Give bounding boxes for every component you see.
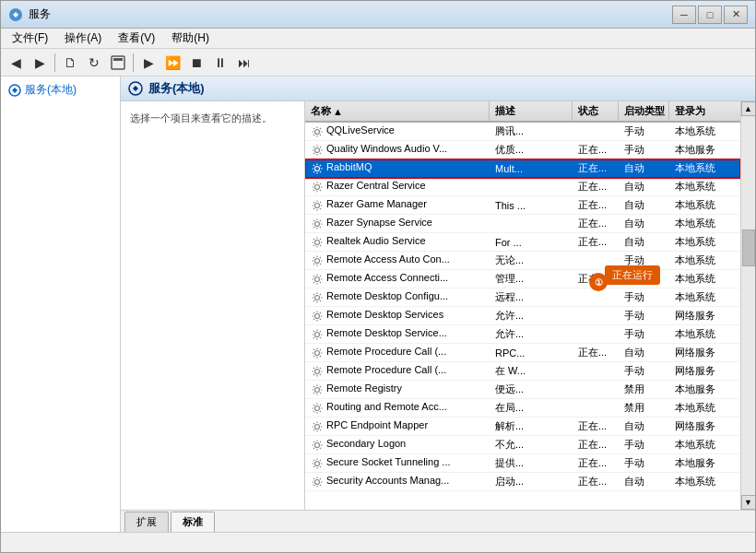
service-desc-cell: 管理...	[490, 271, 573, 287]
scroll-track[interactable]	[741, 116, 756, 495]
service-status-cell	[573, 297, 619, 299]
show-console-button[interactable]: 🗋	[59, 52, 81, 74]
scroll-thumb[interactable]	[742, 229, 755, 266]
table-row[interactable]: Routing and Remote Acc...在局...禁用本地系统	[305, 399, 740, 418]
scroll-up-button[interactable]: ▲	[741, 101, 756, 116]
title-buttons: ─ □ ✕	[672, 6, 748, 24]
menu-view[interactable]: 查看(V)	[111, 29, 162, 48]
service-startup-cell: 手动	[619, 455, 669, 471]
back-button[interactable]: ◀	[5, 52, 27, 74]
service-startup-cell: 手动	[619, 124, 669, 139]
service-desc-cell	[490, 223, 573, 225]
forward-button[interactable]: ▶	[29, 52, 51, 74]
service-login-cell: 本地系统	[669, 271, 740, 287]
tab-standard[interactable]: 标准	[171, 512, 215, 532]
toolbar-separator-2	[133, 53, 134, 72]
table-row[interactable]: Razer Central Service正在...自动本地系统	[305, 178, 740, 196]
table-row[interactable]: QQLiveService腾讯...手动本地系统	[305, 123, 740, 141]
table-row[interactable]: Secondary Logon不允...正在...手动本地系统	[305, 436, 740, 454]
header-desc[interactable]: 描述	[490, 101, 573, 121]
sidebar-item-local-services[interactable]: 服务(本地)	[1, 76, 120, 103]
content-area: 服务(本地) 选择一个项目来查看它的描述。 名称 ▲	[121, 76, 755, 532]
service-status-cell	[573, 315, 619, 317]
service-login-cell: 本地系统	[669, 124, 740, 139]
table-row[interactable]: Remote Access Auto Con...无论...手动本地系统	[305, 252, 740, 270]
tab-extended[interactable]: 扩展	[124, 512, 169, 532]
service-desc-cell: 启动...	[490, 474, 573, 489]
svg-point-22	[315, 442, 320, 447]
header-login[interactable]: 登录为	[669, 101, 740, 121]
table-row[interactable]: Quality Windows Audio V...优质...正在...手动本地…	[305, 141, 740, 159]
title-bar-left: 服务	[8, 6, 51, 22]
table-row[interactable]: RabbitMQMult...正在...自动本地系统	[305, 159, 740, 178]
service-name-cell: Remote Access Auto Con...	[305, 253, 490, 267]
svg-point-13	[315, 276, 320, 281]
table-row[interactable]: Remote Registry便远...禁用本地服务	[305, 381, 740, 399]
table-row[interactable]: Remote Desktop Service...允许...手动本地系统	[305, 325, 740, 344]
svg-point-6	[315, 147, 320, 152]
service-startup-cell: 自动	[619, 197, 669, 213]
refresh-button[interactable]: ↻	[83, 52, 105, 74]
svg-point-21	[315, 424, 320, 429]
service-desc-cell	[490, 186, 573, 188]
table-row[interactable]: Realtek Audio ServiceFor ...正在...自动本地系统	[305, 233, 740, 252]
service-login-cell: 本地系统	[669, 179, 740, 194]
svg-point-24	[315, 479, 320, 484]
service-name-cell: Realtek Audio Service	[305, 234, 490, 249]
service-desc-cell: 远程...	[490, 289, 573, 305]
service-startup-cell: 禁用	[619, 382, 669, 397]
menu-bar: 文件(F) 操作(A) 查看(V) 帮助(H)	[1, 29, 755, 49]
table-row[interactable]: Remote Procedure Call (...在 W...手动网络服务	[305, 362, 740, 381]
service-desc-cell: 在局...	[490, 400, 573, 416]
header-startup[interactable]: 启动类型	[619, 101, 669, 121]
table-row[interactable]: Remote Desktop Services允许...手动网络服务	[305, 307, 740, 325]
vertical-scrollbar[interactable]: ▲ ▼	[740, 101, 755, 510]
menu-file[interactable]: 文件(F)	[5, 29, 55, 48]
svg-point-16	[315, 332, 320, 336]
header-status[interactable]: 状态	[573, 101, 619, 121]
export-button[interactable]	[107, 52, 129, 74]
menu-action[interactable]: 操作(A)	[57, 29, 109, 48]
service-status-cell: 正在...	[573, 142, 619, 158]
gear-icon	[311, 162, 324, 175]
stop-button[interactable]: ⏹	[185, 52, 207, 74]
table-row[interactable]: Secure Socket Tunneling ...提供...正在...手动本…	[305, 454, 740, 473]
header-name[interactable]: 名称 ▲	[305, 101, 490, 121]
service-name-cell: Razer Game Manager	[305, 197, 490, 212]
play-fast-button[interactable]: ⏩	[161, 52, 183, 74]
left-pane-hint: 选择一个项目来查看它的描述。	[130, 112, 272, 124]
service-startup-cell: 手动	[619, 142, 669, 158]
maximize-button[interactable]: □	[698, 6, 722, 24]
service-login-cell: 本地服务	[669, 142, 740, 158]
table-row[interactable]: Remote Desktop Configu...远程...手动本地系统	[305, 288, 740, 307]
gear-icon	[311, 328, 324, 341]
table-row[interactable]: Remote Access Connecti...管理...正在...手动本地系…	[305, 270, 740, 288]
service-desc-cell: RPC...	[490, 347, 573, 359]
svg-point-23	[315, 461, 320, 465]
service-status-cell	[573, 334, 619, 335]
table-row[interactable]: Remote Procedure Call (...RPC...正在...自动网…	[305, 344, 740, 362]
menu-help[interactable]: 帮助(H)	[164, 29, 217, 48]
service-list-container: 名称 ▲ 描述 状态 启动类型 登录为	[305, 101, 740, 510]
svg-point-18	[315, 369, 320, 373]
table-row[interactable]: Security Accounts Manag...启动...正在...自动本地…	[305, 473, 740, 491]
service-startup-cell: 自动	[619, 160, 669, 176]
service-startup-cell: 自动	[619, 474, 669, 489]
service-login-cell: 本地系统	[669, 234, 740, 250]
skip-button[interactable]: ⏭	[233, 52, 255, 74]
close-button[interactable]: ✕	[724, 6, 748, 24]
table-row[interactable]: RPC Endpoint Mapper解析...正在...自动网络服务	[305, 418, 740, 436]
play-button[interactable]: ▶	[137, 52, 159, 74]
service-status-cell: 正在...	[573, 179, 619, 194]
pause-button[interactable]: ⏸	[209, 52, 231, 74]
minimize-button[interactable]: ─	[672, 6, 696, 24]
service-desc-cell: For ...	[490, 236, 573, 249]
table-row[interactable]: Razer Synapse Service正在...自动本地系统	[305, 215, 740, 233]
svg-point-5	[315, 129, 320, 134]
scroll-down-button[interactable]: ▼	[741, 495, 756, 510]
service-name-cell: Secondary Logon	[305, 437, 490, 452]
service-list[interactable]: QQLiveService腾讯...手动本地系统 Quality Windows…	[305, 123, 740, 510]
gear-icon	[311, 476, 324, 488]
table-row[interactable]: Razer Game ManagerThis ...正在...自动本地系统	[305, 196, 740, 215]
status-bar	[1, 532, 755, 552]
